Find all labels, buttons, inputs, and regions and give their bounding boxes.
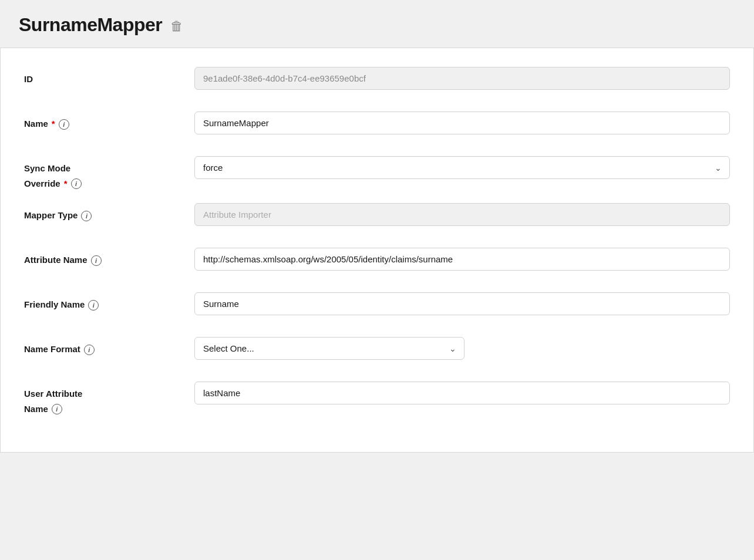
attribute-name-info-icon[interactable]: i (91, 255, 102, 266)
name-row: Name * i (24, 112, 730, 142)
name-required-star: * (52, 119, 55, 129)
user-attr-line2: Name i (24, 403, 62, 414)
page-wrapper: SurnameMapper 🗑 ID Name * i (0, 0, 754, 560)
friendly-name-field (194, 292, 730, 315)
name-format-select[interactable]: Select One... Basic URI Reference Unspec… (194, 337, 464, 360)
name-format-row: Name Format i Select One... Basic URI Re… (24, 337, 730, 367)
attribute-name-label: Attribute Name i (24, 248, 194, 266)
sync-mode-field: inherit legacy force ⌄ (194, 156, 730, 179)
mapper-type-info-icon[interactable]: i (81, 211, 92, 221)
name-label: Name * i (24, 112, 194, 130)
id-row: ID (24, 67, 730, 97)
sync-mode-required-star: * (64, 178, 68, 188)
user-attribute-name-field (194, 382, 730, 404)
user-attribute-name-input[interactable] (194, 382, 730, 404)
user-attribute-name-info-icon[interactable]: i (52, 404, 62, 414)
mapper-type-label: Mapper Type i (24, 203, 194, 221)
friendly-name-row: Friendly Name i (24, 292, 730, 323)
id-field (194, 67, 730, 90)
user-attribute-name-row: User Attribute Name i (24, 382, 730, 414)
friendly-name-input[interactable] (194, 292, 730, 315)
sync-mode-line1: Sync Mode (24, 163, 70, 173)
name-input[interactable] (194, 112, 730, 134)
friendly-name-info-icon[interactable]: i (88, 300, 99, 311)
sync-mode-info-icon[interactable]: i (71, 178, 82, 189)
id-input (194, 67, 730, 90)
delete-icon[interactable]: 🗑 (170, 19, 183, 34)
user-attr-line1: User Attribute (24, 389, 82, 399)
user-attribute-name-label: User Attribute Name i (24, 382, 194, 414)
mapper-type-row: Mapper Type i (24, 203, 730, 234)
mapper-type-input (194, 203, 730, 226)
page-title: SurnameMapper (19, 14, 162, 36)
name-format-field: Select One... Basic URI Reference Unspec… (194, 337, 730, 360)
sync-mode-select-wrapper: inherit legacy force ⌄ (194, 156, 730, 179)
sync-mode-line2: Override * i (24, 178, 82, 189)
name-format-info-icon[interactable]: i (84, 345, 95, 355)
attribute-name-input[interactable] (194, 248, 730, 271)
friendly-name-label: Friendly Name i (24, 292, 194, 311)
mapper-type-field (194, 203, 730, 226)
name-field (194, 112, 730, 134)
attribute-name-field (194, 248, 730, 271)
id-label: ID (24, 67, 194, 84)
sync-mode-select[interactable]: inherit legacy force (194, 156, 730, 179)
name-format-select-wrapper: Select One... Basic URI Reference Unspec… (194, 337, 464, 360)
sync-mode-row: Sync Mode Override * i inherit legacy fo… (24, 156, 730, 189)
name-info-icon[interactable]: i (59, 119, 69, 130)
sync-mode-label: Sync Mode Override * i (24, 156, 194, 189)
name-format-label: Name Format i (24, 337, 194, 355)
page-header: SurnameMapper 🗑 (0, 0, 754, 48)
form-container: ID Name * i Sync Mode O (0, 48, 754, 453)
attribute-name-row: Attribute Name i (24, 248, 730, 278)
